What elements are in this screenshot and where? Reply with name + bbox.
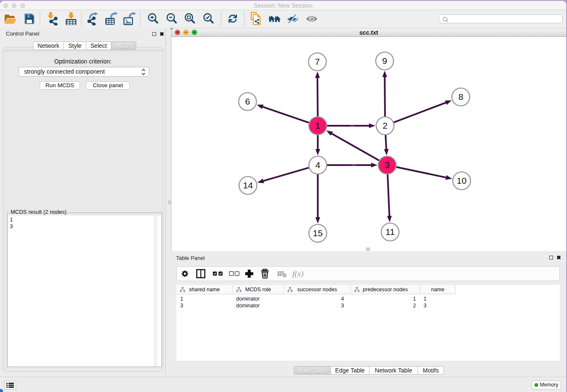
svg-text:4: 4 (315, 160, 320, 170)
svg-text:9: 9 (382, 56, 387, 66)
svg-text:6: 6 (245, 97, 250, 106)
svg-text:11: 11 (385, 227, 395, 237)
svg-text:2: 2 (383, 121, 388, 130)
svg-text:10: 10 (457, 176, 466, 185)
svg-text:15: 15 (313, 228, 322, 238)
svg-text:3: 3 (385, 160, 390, 170)
svg-text:1: 1 (315, 121, 320, 130)
svg-text:f(x): f(x) (292, 269, 303, 279)
svg-text:14: 14 (243, 180, 253, 190)
svg-text:7: 7 (315, 57, 320, 66)
svg-text:8: 8 (458, 92, 463, 102)
